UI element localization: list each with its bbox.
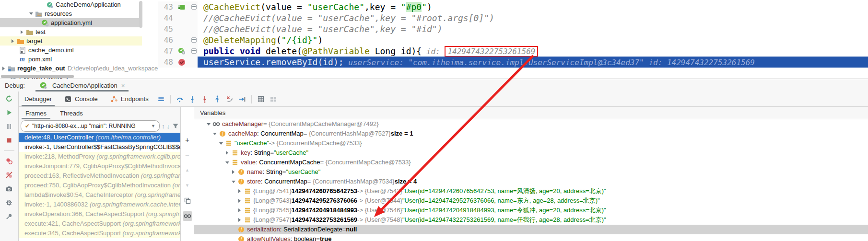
collapsed-arrow-icon[interactable]	[232, 170, 235, 174]
code-text[interactable]: //@CacheEvict(value = "userCache",key = …	[198, 12, 868, 23]
frame-row[interactable]: execute:421, CacheAspectSupport (org.spr…	[19, 219, 180, 229]
variable-row[interactable]: fserialization: SerializationDelegate = …	[194, 225, 868, 234]
code-text[interactable]: @DeleteMapping("/{id}")	[198, 34, 868, 46]
close-icon[interactable]: ×	[121, 82, 125, 89]
spring-leaf-icon[interactable]	[173, 47, 190, 55]
variable-row[interactable]: value: ConcurrentMapCache = {ConcurrentM…	[194, 158, 868, 167]
expanded-arrow-icon[interactable]	[213, 133, 217, 135]
mute-breakpoints-button[interactable]	[5, 171, 13, 179]
tree-item-application-yml[interactable]: application.yml	[0, 18, 158, 27]
tree-horizontal-scrollbar[interactable]	[1, 75, 74, 78]
force-step-into-button[interactable]	[199, 93, 211, 105]
code-text[interactable]: userService.removeById(id); userService:…	[198, 57, 868, 68]
step-out-button[interactable]	[211, 93, 223, 105]
code-line-45[interactable]: 45//@CacheEvict(value = "userCache",key …	[158, 23, 868, 34]
expanded-arrow-icon[interactable]	[207, 123, 211, 126]
collapsed-arrow-icon[interactable]	[238, 218, 241, 222]
down-arrow-icon[interactable]: ↓	[167, 122, 170, 130]
step-into-button[interactable]	[187, 93, 198, 105]
variable-row[interactable]: fname: String = "userCache"	[194, 167, 868, 177]
collapsed-arrow-icon[interactable]	[238, 208, 241, 212]
thread-selector[interactable]: ✔ "http-nio-8080-ex...up "main": RUNNING…	[21, 120, 160, 132]
remove-watch-button[interactable]: −	[183, 150, 192, 160]
tree-item-resources[interactable]: resources	[0, 9, 158, 18]
collapsed-arrow-icon[interactable]	[21, 30, 23, 34]
move-watch-up-button[interactable]: ▲	[183, 165, 192, 175]
frame-row[interactable]: delete:48, UserController (com.itheima.c…	[19, 133, 180, 142]
gutter-line-43[interactable]: 43	[158, 1, 198, 12]
tree-item-cache-demo-iml[interactable]: cache_demo.iml	[0, 46, 158, 55]
variable-row[interactable]: "userCache" -> {ConcurrentMapCache@7533}	[194, 138, 868, 148]
thread-dump-camera-button[interactable]	[5, 184, 13, 193]
collapsed-arrow-icon[interactable]	[226, 151, 228, 155]
collapsed-arrow-icon[interactable]	[12, 39, 14, 43]
tree-item-test[interactable]: test	[0, 27, 158, 36]
debug-tab-cachedemoapplication[interactable]: CacheDemoApplication ×	[35, 79, 129, 92]
variable-row[interactable]: {Long@7543} 1429474295276376066 -> {User…	[194, 196, 868, 206]
gutter-line-47[interactable]: 47	[158, 46, 198, 57]
filter-funnel-icon[interactable]	[172, 122, 179, 130]
drop-frame-button[interactable]	[224, 93, 235, 105]
tab-frames[interactable]: Frames	[19, 107, 53, 119]
variable-row[interactable]: fcacheMap: ConcurrentMap = {ConcurrentHa…	[194, 129, 868, 138]
frame-row[interactable]: invoke:-1, UserController$$FastClassBySp…	[19, 142, 180, 152]
gutter-line-44[interactable]: 44	[158, 12, 198, 23]
breakpoint-icon[interactable]	[173, 58, 190, 66]
stop-program-button[interactable]	[5, 136, 13, 145]
tree-item-pom-xml[interactable]: mpom.xml	[0, 55, 158, 64]
tab-threads[interactable]: Threads	[53, 107, 90, 119]
expanded-arrow-icon[interactable]	[232, 181, 235, 183]
fold-icon[interactable]	[191, 37, 197, 43]
add-watch-button[interactable]: +	[183, 135, 192, 144]
code-text[interactable]: public void delete(@PathVariable Long id…	[198, 46, 868, 57]
up-arrow-icon[interactable]: ↑	[162, 122, 165, 130]
step-over-button[interactable]	[174, 93, 186, 105]
resume-program-button[interactable]	[5, 108, 13, 117]
duplicate-watch-button[interactable]	[183, 196, 192, 206]
frame-row[interactable]: proceed:750, CglibAopProxy$CglibMethodIn…	[19, 181, 180, 190]
tab-console[interactable]: Console	[59, 92, 104, 106]
variable-row[interactable]: key: String = "userCache"	[194, 148, 868, 158]
frame-row[interactable]: invokeOperation:366, CacheAspectSupport …	[19, 209, 180, 219]
code-text[interactable]: //@CacheEvict(value = "userCache",key = …	[198, 23, 868, 34]
expanded-arrow-icon[interactable]	[219, 142, 223, 145]
layout-settings-button[interactable]	[268, 93, 279, 105]
variable-row[interactable]: fstore: ConcurrentMap = {ConcurrentHashM…	[194, 177, 868, 186]
frame-row[interactable]: proceed:163, ReflectiveMethodInvocation …	[19, 171, 180, 181]
variable-row[interactable]: {Long@7545} 1429474204918484993 -> {User…	[194, 206, 868, 215]
variable-row[interactable]: cacheManager = {ConcurrentMapCacheManage…	[194, 119, 868, 129]
gutter-line-46[interactable]: 46	[158, 34, 198, 46]
frame-row[interactable]: lambda$invoke$0:54, CacheInterceptor (or…	[19, 190, 180, 200]
tree-vertical-scrollbar[interactable]	[139, 1, 142, 28]
settings-gear-button[interactable]	[5, 198, 13, 207]
tab-endpoints[interactable]: Endpoints	[105, 92, 154, 106]
code-line-47[interactable]: 47public void delete(@PathVariable Long …	[158, 46, 868, 57]
bean-icon[interactable]	[173, 3, 190, 11]
collapsed-arrow-icon[interactable]	[238, 199, 241, 203]
variable-row[interactable]: fallowNullValues: boolean = true	[194, 234, 868, 241]
expanded-arrow-icon[interactable]	[29, 12, 33, 15]
fold-icon[interactable]	[191, 48, 197, 54]
hamburger-menu-button[interactable]	[155, 93, 167, 105]
collapsed-arrow-icon[interactable]	[238, 189, 241, 193]
code-line-46[interactable]: 46@DeleteMapping("/{id}")	[158, 34, 868, 46]
code-line-44[interactable]: 44//@CacheEvict(value = "userCache",key …	[158, 12, 868, 23]
rerun-debug-button[interactable]	[5, 94, 13, 103]
collapsed-arrow-icon[interactable]	[2, 67, 5, 70]
tab-debugger[interactable]: Debugger	[19, 92, 58, 106]
frame-row[interactable]: invoke:-1, 1400886032 (org.springframewo…	[19, 200, 180, 209]
frame-row[interactable]: invoke:218, MethodProxy (org.springframe…	[19, 152, 180, 161]
frame-row[interactable]: execute:345, CacheAspectSupport (org.spr…	[19, 229, 180, 238]
expanded-arrow-icon[interactable]	[225, 161, 229, 164]
code-line-48[interactable]: 48 userService.removeById(id); userServi…	[158, 57, 868, 68]
evaluate-expression-button[interactable]	[255, 93, 267, 105]
code-editor[interactable]: 43@CacheEvict(value = "userCache",key = …	[158, 0, 868, 79]
pin-button[interactable]	[5, 212, 13, 221]
tree-item-cachedemoapplication[interactable]: CacheDemoApplication	[0, 0, 158, 9]
tree-item-target[interactable]: target	[0, 36, 158, 46]
pause-program-button[interactable]	[5, 122, 13, 131]
frame-row[interactable]: invokeJoinpoint:779, CglibAopProxy$Cglib…	[19, 161, 180, 171]
run-to-cursor-button[interactable]	[236, 93, 248, 105]
fold-icon[interactable]	[191, 4, 197, 10]
variable-row[interactable]: {Long@7541} 1429474260765642753 -> {User…	[194, 186, 868, 196]
